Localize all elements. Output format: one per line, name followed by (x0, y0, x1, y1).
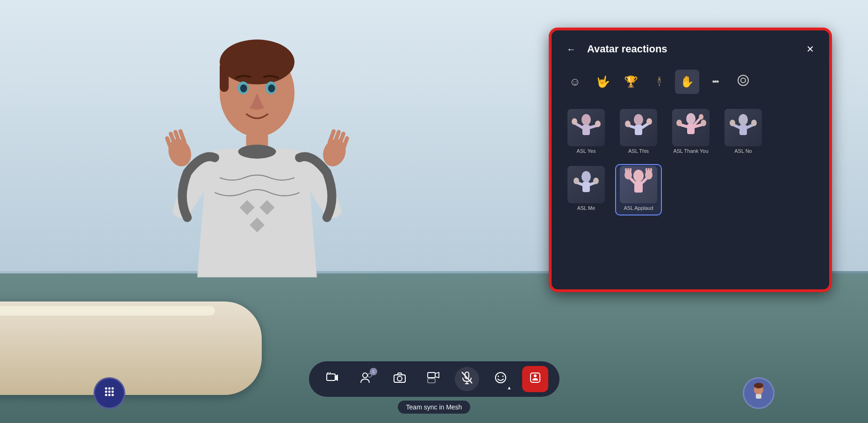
svg-point-23 (741, 78, 746, 83)
svg-point-96 (534, 374, 537, 377)
svg-point-50 (581, 171, 591, 182)
svg-rect-98 (756, 394, 761, 399)
svg-rect-57 (634, 181, 643, 193)
back-icon: ← (567, 44, 576, 55)
asl-me-figure (570, 168, 603, 201)
grid-icon (103, 385, 116, 401)
svg-rect-25 (582, 125, 590, 135)
asl-this-label: ASL This (628, 148, 649, 154)
svg-rect-31 (635, 125, 642, 135)
tab-hand[interactable]: ✋ (675, 70, 699, 94)
svg-rect-77 (327, 374, 335, 380)
svg-point-93 (497, 376, 499, 377)
svg-point-36 (686, 113, 696, 124)
svg-point-28 (572, 118, 577, 125)
reactions-grid: ASL Yes ASL This (563, 107, 818, 215)
left-side-button-container (93, 377, 125, 409)
asl-no-figure (727, 111, 760, 144)
reaction-asl-no[interactable]: ASL No (720, 107, 767, 158)
svg-point-71 (105, 391, 108, 393)
svg-point-11 (238, 145, 276, 159)
tab-heart-gestures[interactable]: 🤟 (591, 70, 615, 94)
avatar-reactions-button[interactable] (522, 366, 548, 392)
emoji-chevron-icon: ▲ (507, 385, 512, 390)
asl-applaud-avatar (620, 166, 657, 203)
more-icon: ••• (712, 77, 718, 87)
grid-menu-button[interactable] (93, 377, 125, 409)
video-layers-button[interactable] (421, 367, 445, 391)
asl-this-figure (622, 111, 655, 144)
svg-point-94 (502, 376, 503, 377)
reactions-panel: ← Avatar reactions ✕ ☺ 🤟 🏆 🕴 ✋ ••• (550, 29, 831, 291)
panel-title: Avatar reactions (587, 43, 667, 55)
tab-custom[interactable] (731, 70, 755, 94)
tab-trophy[interactable]: 🏆 (619, 70, 643, 94)
hand-icon: ✋ (680, 75, 694, 88)
asl-thank-you-avatar (672, 109, 710, 146)
back-button[interactable]: ← (563, 42, 580, 57)
avatar-thumbnail-button[interactable] (743, 377, 775, 409)
participants-button[interactable]: 1 (354, 367, 378, 391)
dance-icon: 🕴 (653, 76, 665, 87)
asl-yes-label: ASL Yes (576, 148, 595, 154)
svg-point-34 (625, 121, 631, 127)
participants-badge: 1 (370, 368, 377, 375)
reaction-asl-me[interactable]: ASL Me (563, 164, 610, 215)
asl-applaud-figure (622, 168, 655, 201)
asl-no-avatar (725, 109, 762, 146)
scene-icon (326, 372, 339, 386)
svg-rect-45 (739, 125, 747, 135)
right-side-button-container (743, 377, 775, 409)
reaction-asl-yes[interactable]: ASL Yes (563, 107, 610, 158)
reaction-asl-thank-you[interactable]: ASL Thank You (667, 107, 714, 158)
reaction-asl-this[interactable]: ASL This (615, 107, 662, 158)
asl-yes-avatar (567, 109, 605, 146)
svg-point-55 (593, 178, 599, 184)
close-icon: ✕ (806, 43, 814, 55)
panel-header: ← Avatar reactions ✕ (563, 42, 818, 57)
svg-point-74 (105, 394, 108, 396)
svg-point-5 (240, 85, 247, 93)
svg-rect-51 (582, 182, 590, 192)
toolbar-bar: 1 (309, 361, 560, 397)
camera-button[interactable] (387, 367, 412, 391)
category-tabs: ☺ 🤟 🏆 🕴 ✋ ••• (563, 66, 818, 98)
svg-point-22 (738, 75, 748, 86)
svg-point-99 (754, 383, 763, 388)
avatar-thumbnail-svg (747, 381, 770, 405)
svg-point-1 (220, 40, 294, 85)
asl-this-avatar (620, 109, 657, 146)
asl-thank-you-figure (674, 111, 707, 144)
asl-no-label: ASL No (734, 148, 752, 154)
mic-muted-icon (461, 371, 473, 387)
emoji-icon (494, 371, 507, 387)
custom-icon (737, 74, 749, 89)
session-label: Team sync in Mesh (398, 401, 471, 414)
tab-expressions[interactable]: ☺ (563, 70, 587, 94)
expressions-icon: ☺ (569, 75, 581, 88)
asl-thank-you-label: ASL Thank You (673, 148, 708, 154)
camera-icon (393, 372, 406, 386)
scene-button[interactable] (320, 367, 344, 391)
svg-rect-85 (428, 373, 435, 378)
asl-me-label: ASL Me (577, 205, 595, 211)
svg-point-49 (751, 120, 757, 126)
svg-point-48 (730, 120, 735, 126)
avatar-container (93, 28, 421, 402)
emoji-button[interactable]: ▲ (488, 367, 513, 391)
mic-button[interactable] (455, 367, 479, 391)
svg-point-29 (595, 121, 601, 127)
svg-point-56 (633, 170, 644, 182)
reaction-asl-applaud[interactable]: ASL Applaud (615, 164, 662, 215)
close-button[interactable]: ✕ (803, 42, 818, 57)
svg-point-68 (105, 387, 108, 390)
svg-point-40 (676, 120, 682, 126)
svg-point-76 (112, 394, 114, 396)
tab-dance[interactable]: 🕴 (647, 70, 671, 94)
svg-point-54 (574, 178, 579, 184)
svg-point-24 (581, 114, 591, 125)
avatar-reactions-icon (529, 371, 542, 387)
svg-point-30 (634, 114, 643, 125)
asl-me-avatar (567, 166, 605, 203)
tab-more[interactable]: ••• (703, 70, 727, 94)
